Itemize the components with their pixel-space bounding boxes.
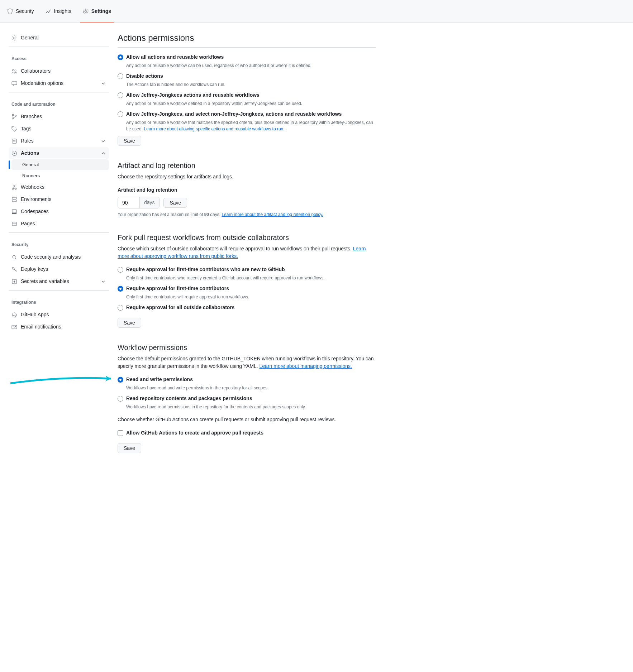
radio-label: Disable actions (126, 72, 163, 80)
sidebar-sub-actions-runners[interactable]: Runners (11, 171, 109, 181)
sidebar-item-secrets[interactable]: Secrets and variables (9, 275, 109, 287)
sidebar-item-email-notif[interactable]: Email notifications (9, 321, 109, 333)
sidebar-item-rules[interactable]: Rules (9, 135, 109, 147)
sidebar-item-branches[interactable]: Branches (9, 111, 109, 123)
sidebar-item-webhooks[interactable]: Webhooks (9, 181, 109, 193)
svg-rect-12 (12, 197, 16, 199)
radio-fork-all[interactable]: Require approval for all outside collabo… (118, 304, 376, 311)
sidebar-item-tags[interactable]: Tags (9, 123, 109, 135)
sidebar-item-pages[interactable]: Pages (9, 218, 109, 230)
checkbox-input[interactable] (118, 430, 123, 436)
svg-rect-20 (12, 325, 17, 329)
radio-label: Read repository contents and packages pe… (126, 395, 252, 402)
save-artifact-button[interactable]: Save (163, 198, 187, 208)
tab-label: Settings (91, 8, 111, 15)
radio-allow-all[interactable]: Allow all actions and reusable workflows (118, 53, 376, 61)
tab-security[interactable]: Security (1, 0, 40, 23)
sidebar-item-label: Secrets and variables (21, 278, 97, 285)
radio-label: Require approval for first-time contribu… (126, 266, 285, 273)
mail-icon (11, 324, 17, 330)
learn-more-link[interactable]: Learn more about managing permissions. (260, 363, 352, 369)
sidebar-item-label: Code security and analysis (21, 253, 81, 261)
sidebar-item-general[interactable]: General (9, 32, 109, 44)
radio-input[interactable] (118, 286, 123, 292)
learn-more-link[interactable]: Learn more about allowing specific actio… (144, 126, 284, 131)
sidebar-item-github-apps[interactable]: GitHub Apps (9, 309, 109, 321)
note-text: days. (209, 212, 222, 217)
radio-input[interactable] (118, 73, 123, 79)
radio-desc: Any action or reusable workflow can be u… (126, 62, 376, 69)
checkbox-label: Allow GitHub Actions to create and appro… (126, 429, 263, 437)
play-icon (11, 150, 17, 156)
sidebar-item-collaborators[interactable]: Collaborators (9, 65, 109, 77)
divider (9, 47, 109, 47)
sidebar-item-label: GitHub Apps (21, 311, 49, 318)
sidebar-group-integrations: Integrations (9, 293, 109, 308)
chevron-down-icon (100, 138, 106, 144)
svg-point-9 (12, 188, 14, 189)
sidebar-item-code-security[interactable]: Code security and analysis (9, 251, 109, 263)
note-bold: 90 (204, 212, 209, 217)
sidebar-group-code: Code and automation (9, 95, 109, 110)
radio-input[interactable] (118, 92, 123, 98)
radio-fork-new-github[interactable]: Require approval for first-time contribu… (118, 266, 376, 273)
workflow-perm-title: Workflow permissions (118, 342, 376, 353)
comment-icon (11, 81, 17, 86)
save-fork-button[interactable]: Save (118, 318, 141, 328)
radio-input[interactable] (118, 396, 123, 402)
svg-point-0 (14, 37, 15, 39)
radio-desc: Workflows have read and write permission… (126, 385, 376, 391)
rules-icon (11, 138, 17, 144)
sidebar-item-label: Actions (21, 149, 97, 157)
svg-point-10 (15, 188, 16, 189)
svg-point-11 (14, 185, 15, 187)
sidebar-item-label: Webhooks (21, 183, 44, 191)
shield-icon (7, 9, 13, 14)
radio-desc: Only first-time contributors will requir… (126, 294, 376, 300)
save-actions-perm-button[interactable]: Save (118, 136, 141, 146)
sidebar-item-moderation[interactable]: Moderation options (9, 77, 109, 89)
radio-read-write[interactable]: Read and write permissions (118, 376, 376, 383)
sidebar-item-environments[interactable]: Environments (9, 193, 109, 205)
workflow-perm-desc: Choose the default permissions granted t… (118, 355, 376, 370)
sidebar-item-label: Branches (21, 113, 42, 120)
checkbox-allow-pr[interactable]: Allow GitHub Actions to create and appro… (118, 429, 376, 437)
radio-label: Allow Jeffrey-Jongkees, and select non-J… (126, 110, 342, 118)
sidebar-item-deploy-keys[interactable]: Deploy keys (9, 263, 109, 275)
radio-read-only[interactable]: Read repository contents and packages pe… (118, 395, 376, 402)
radio-input[interactable] (118, 305, 123, 311)
browser-icon (11, 221, 17, 227)
radio-allow-select[interactable]: Allow Jeffrey-Jongkees, and select non-J… (118, 110, 376, 118)
shield-search-icon (11, 254, 17, 260)
choose-pr-desc: Choose whether GitHub Actions can create… (118, 416, 376, 423)
sidebar-item-codespaces[interactable]: Codespaces (9, 206, 109, 217)
svg-rect-14 (12, 210, 16, 213)
retention-days-input[interactable] (118, 197, 139, 208)
hubot-icon (11, 312, 17, 318)
sidebar-item-label: Rules (21, 137, 97, 145)
webhook-icon (11, 184, 17, 190)
tab-label: Insights (54, 8, 71, 15)
radio-disable-actions[interactable]: Disable actions (118, 72, 376, 80)
learn-more-link[interactable]: Learn more about the artifact and log re… (222, 212, 323, 217)
tab-insights[interactable]: Insights (40, 0, 77, 23)
svg-point-19 (12, 313, 16, 317)
chevron-up-icon (100, 150, 106, 156)
radio-input[interactable] (118, 267, 123, 273)
radio-input[interactable] (118, 54, 123, 60)
divider (9, 92, 109, 92)
sidebar-sub-actions-general[interactable]: General (11, 159, 109, 170)
svg-point-6 (13, 127, 13, 128)
settings-sidebar: General Access Collaborators Moderation … (9, 32, 109, 453)
graph-icon (46, 9, 51, 14)
radio-fork-first-time[interactable]: Require approval for first-time contribu… (118, 285, 376, 292)
radio-input[interactable] (118, 111, 123, 117)
divider (9, 290, 109, 291)
tab-label: Security (16, 8, 34, 15)
radio-allow-owner[interactable]: Allow Jeffrey-Jongkees actions and reusa… (118, 91, 376, 99)
save-workflow-perm-button[interactable]: Save (118, 443, 141, 453)
tab-settings[interactable]: Settings (77, 0, 117, 23)
radio-input[interactable] (118, 377, 123, 383)
people-icon (11, 68, 17, 74)
sidebar-item-actions[interactable]: Actions (9, 147, 109, 159)
